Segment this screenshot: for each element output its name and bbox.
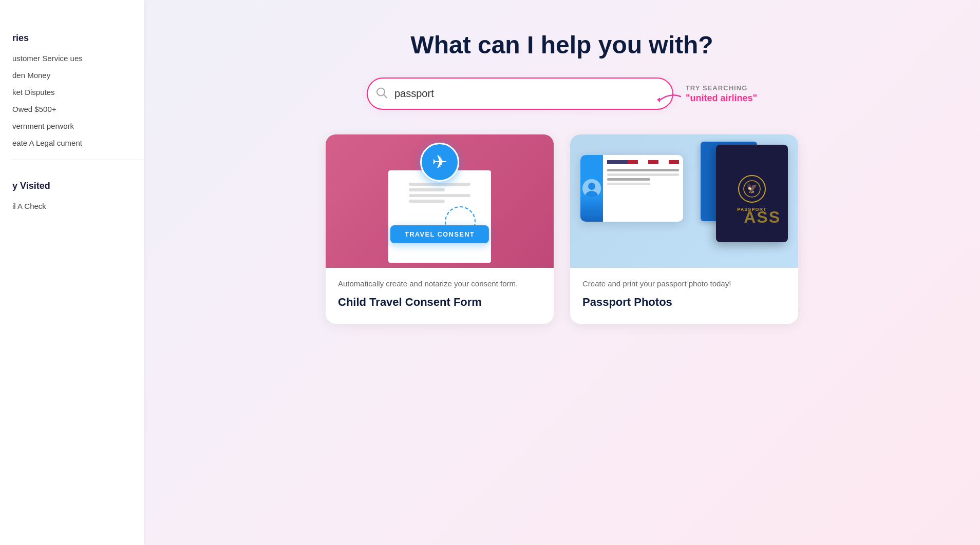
id-flag — [607, 160, 679, 164]
flag-white2 — [658, 160, 669, 164]
flag-white — [638, 160, 648, 164]
sidebar-item-mail-check[interactable]: il A Check — [10, 198, 144, 215]
passport-ass-text: ASS — [744, 208, 781, 227]
svg-marker-2 — [657, 98, 660, 103]
card-passport-body: Create and print your passport photo tod… — [570, 268, 798, 324]
id-line-3 — [607, 178, 650, 181]
sidebar-item-legal-document[interactable]: eate A Legal cument — [10, 134, 144, 151]
try-searching-value[interactable]: "united airlines" — [686, 93, 757, 104]
doc-line-2 — [409, 188, 445, 191]
consent-badge: TRAVEL CONSENT — [390, 225, 489, 243]
card-travel-description: Automatically create and notarize your c… — [338, 278, 541, 290]
avatar-svg — [582, 179, 601, 198]
sidebar-item-government-paperwork[interactable]: vernment perwork — [10, 118, 144, 134]
arrow-icon — [655, 91, 683, 107]
id-card — [580, 155, 683, 222]
flag-red3 — [669, 160, 679, 164]
doc-line-3 — [409, 194, 470, 197]
id-avatar — [582, 179, 601, 198]
id-line-2 — [607, 173, 679, 176]
passport-emblem: 🦅 — [738, 175, 766, 203]
id-lines — [607, 169, 679, 185]
doc-lines — [409, 183, 470, 203]
passport-visual: 🦅 PASSPORT ASS — [570, 134, 798, 268]
card-passport-title: Passport Photos — [582, 295, 786, 310]
card-travel-title: Child Travel Consent Form — [338, 295, 541, 310]
id-line-1 — [607, 169, 679, 171]
main-content: What can I help you with? TRY SEARCHING … — [144, 0, 980, 545]
categories-section-title: ries — [10, 33, 144, 44]
flag-red — [628, 160, 638, 164]
flag-blue2 — [617, 160, 628, 164]
consent-document — [388, 170, 491, 263]
svg-text:🦅: 🦅 — [746, 183, 758, 194]
passport-book: 🦅 PASSPORT ASS — [716, 145, 788, 242]
sidebar: ries ustomer Service ues den Money ket D… — [0, 0, 144, 545]
cards-grid: ✈ TRAVEL CONSENT — [326, 134, 798, 324]
card-passport[interactable]: 🦅 PASSPORT ASS Create and print your pas… — [570, 134, 798, 324]
try-searching-hint: TRY SEARCHING "united airlines" — [686, 84, 757, 104]
card-passport-image: 🦅 PASSPORT ASS — [570, 134, 798, 268]
travel-consent-visual: ✈ TRAVEL CONSENT — [326, 134, 554, 268]
search-input[interactable] — [367, 77, 673, 110]
card-travel-image: ✈ TRAVEL CONSENT — [326, 134, 554, 268]
id-content — [603, 155, 683, 222]
id-card-stripe — [580, 155, 603, 222]
airplane-circle: ✈ — [420, 143, 459, 182]
recently-visited-title: y Visited — [10, 181, 144, 191]
page-title: What can I help you with? — [410, 31, 713, 59]
svg-point-4 — [588, 183, 595, 190]
doc-line-1 — [409, 183, 470, 186]
card-passport-description: Create and print your passport photo tod… — [582, 278, 786, 290]
search-wrapper — [367, 77, 673, 110]
sidebar-item-owed-money[interactable]: Owed $500+ — [10, 101, 144, 118]
sidebar-divider — [10, 160, 144, 160]
search-row: TRY SEARCHING "united airlines" — [367, 77, 757, 110]
card-travel-consent[interactable]: ✈ TRAVEL CONSENT — [326, 134, 554, 324]
doc-line-4 — [409, 200, 445, 203]
eagle-icon: 🦅 — [743, 180, 761, 198]
card-travel-body: Automatically create and notarize your c… — [326, 268, 554, 324]
sidebar-item-customer-service[interactable]: ustomer Service ues — [10, 50, 144, 67]
try-searching-label: TRY SEARCHING — [686, 84, 747, 92]
flag-red2 — [648, 160, 658, 164]
flag-blue — [607, 160, 617, 164]
sidebar-item-hidden-money[interactable]: den Money — [10, 67, 144, 84]
sidebar-item-ticket-disputes[interactable]: ket Disputes — [10, 84, 144, 101]
airplane-icon: ✈ — [432, 151, 447, 173]
id-line-4 — [607, 183, 650, 185]
